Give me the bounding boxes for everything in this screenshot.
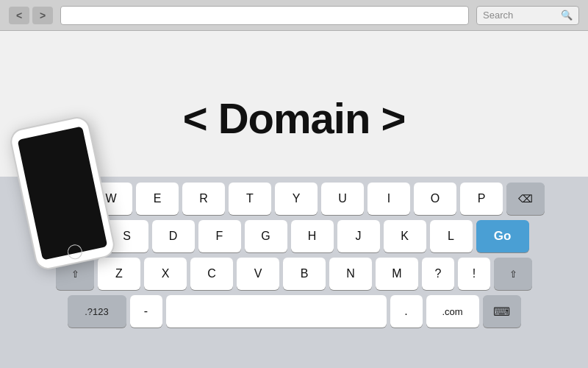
search-box[interactable]: Search 🔍 xyxy=(476,6,579,25)
browser-bar: < > Search 🔍 xyxy=(0,0,588,31)
domain-title: < Domain > xyxy=(183,93,406,143)
forward-button[interactable]: > xyxy=(32,7,53,24)
keyboard-row-3: ⇧ Z X C V B N M ? ! ⇧ xyxy=(4,258,584,290)
go-key[interactable]: Go xyxy=(476,220,529,252)
key-k[interactable]: K xyxy=(384,220,426,252)
space-key[interactable] xyxy=(166,295,387,328)
key-t[interactable]: T xyxy=(229,183,271,215)
key-u[interactable]: U xyxy=(321,183,364,215)
key-d[interactable]: D xyxy=(152,220,195,252)
key-b[interactable]: B xyxy=(283,258,326,290)
key-f[interactable]: F xyxy=(198,220,241,252)
address-bar[interactable] xyxy=(60,6,469,25)
key-n[interactable]: N xyxy=(329,258,372,290)
key-z[interactable]: Z xyxy=(98,258,140,290)
key-y[interactable]: Y xyxy=(275,183,318,215)
keyboard-icon[interactable]: ⌨ xyxy=(483,295,521,328)
search-icon: 🔍 xyxy=(561,10,573,21)
shift-key-right[interactable]: ⇧ xyxy=(494,258,532,290)
key-exclaim[interactable]: ! xyxy=(458,258,490,290)
key-j[interactable]: J xyxy=(337,220,380,252)
key-i[interactable]: I xyxy=(368,183,410,215)
search-label: Search xyxy=(483,10,513,21)
nav-buttons: < > xyxy=(9,7,53,24)
key-l[interactable]: L xyxy=(430,220,473,252)
keyboard-row-4: .?123 - . .com ⌨ xyxy=(4,295,584,328)
period-key[interactable]: . xyxy=(390,295,423,328)
key-p[interactable]: P xyxy=(460,183,503,215)
key-g[interactable]: G xyxy=(245,220,287,252)
key-o[interactable]: O xyxy=(414,183,456,215)
back-button[interactable]: < xyxy=(9,7,29,24)
dash-key[interactable]: - xyxy=(130,295,162,328)
key-c[interactable]: C xyxy=(190,258,233,290)
key-m[interactable]: M xyxy=(376,258,418,290)
key-e[interactable]: E xyxy=(136,183,179,215)
key-x[interactable]: X xyxy=(144,258,187,290)
key-r[interactable]: R xyxy=(182,183,225,215)
backspace-key[interactable]: ⌫ xyxy=(506,183,545,215)
numbers-key[interactable]: .?123 xyxy=(68,295,126,328)
key-question[interactable]: ? xyxy=(422,258,454,290)
dotcom-key[interactable]: .com xyxy=(426,295,479,328)
key-v[interactable]: V xyxy=(237,258,279,290)
key-h[interactable]: H xyxy=(291,220,334,252)
